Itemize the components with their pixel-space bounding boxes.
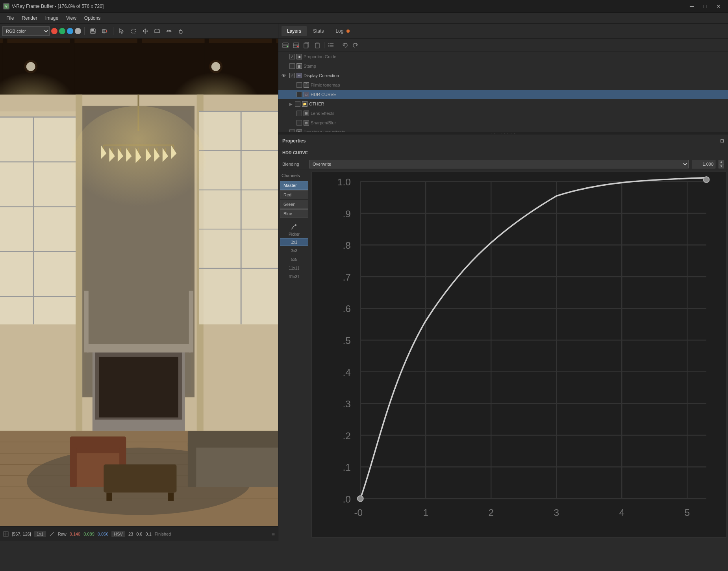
tab-stats[interactable]: Stats [308, 26, 329, 36]
layer-expand-other[interactable]: ▶ [289, 102, 293, 106]
menu-image[interactable]: Image [41, 14, 62, 22]
menu-render[interactable]: Render [18, 14, 41, 22]
layer-vis-display[interactable]: 👁 [280, 73, 288, 78]
status-hsv-badge[interactable]: HSV [111, 531, 125, 537]
blend-down-button[interactable]: ▼ [719, 164, 724, 168]
vr-eye-button[interactable] [164, 26, 174, 36]
tab-layers[interactable]: Layers [282, 26, 307, 36]
svg-point-24 [26, 62, 35, 71]
layer-row-other[interactable]: ▶ 📁 OTHER [278, 99, 728, 109]
svg-point-172 [704, 177, 709, 183]
picker-label: Picker [280, 232, 308, 237]
layer-check-filmic[interactable] [296, 82, 302, 88]
layer-check-proportion[interactable]: ✓ [289, 54, 295, 59]
save-movie-button[interactable] [100, 26, 110, 36]
maximize-button[interactable]: □ [699, 1, 711, 12]
svg-rect-4 [91, 31, 95, 33]
channels-area: Channels Master Red Green Blue Picker 1x… [278, 170, 728, 539]
picker-3x3[interactable]: 3x3 [280, 247, 308, 255]
add-layer-button[interactable] [281, 41, 290, 50]
status-coords: [567, 126] [12, 532, 31, 536]
svg-rect-98 [188, 442, 196, 487]
svg-rect-127 [315, 43, 319, 48]
paste-layer-button[interactable] [313, 41, 322, 50]
blend-select[interactable]: Overwrite [309, 160, 689, 168]
picker-1x1[interactable]: 1x1 [280, 238, 308, 246]
properties-header: Properties ⊡ [278, 135, 728, 147]
layer-row-filmic[interactable]: ⌒ Filmic tonemap [278, 80, 728, 90]
properties-expand-button[interactable]: ⊡ [720, 138, 724, 144]
layer-check-denoiser[interactable] [289, 129, 295, 132]
status-menu-button[interactable]: ≡ [272, 531, 275, 537]
channel-master-button[interactable]: Master [280, 181, 308, 190]
minimize-button[interactable]: ─ [685, 1, 698, 12]
dot-red[interactable] [51, 28, 57, 34]
layer-name-proportion: Proportion Guide [304, 54, 726, 59]
blend-up-button[interactable]: ▲ [719, 160, 724, 164]
layer-name-other: OTHER [309, 102, 726, 106]
menu-file[interactable]: File [2, 14, 18, 22]
save-button[interactable] [88, 26, 98, 36]
curve-svg[interactable]: 1.0 .9 .8 .7 .6 .5 .4 .3 .2 .1 .0 -0 1 [311, 172, 726, 538]
dot-blue[interactable] [67, 28, 73, 34]
layer-check-hdr[interactable] [296, 92, 302, 97]
layer-row-stamp[interactable]: ▦ Stamp [278, 61, 728, 71]
layer-check-stamp[interactable] [289, 63, 295, 69]
svg-text:1.0: 1.0 [337, 177, 351, 188]
redo-button[interactable] [351, 41, 360, 50]
picker-11x11[interactable]: 11x11 [280, 264, 308, 272]
dot-green[interactable] [59, 28, 65, 34]
status-finished: Finished [155, 532, 171, 536]
svg-text:.5: .5 [343, 335, 350, 346]
bucket-button[interactable] [176, 26, 186, 36]
channel-red-button[interactable]: Red [280, 190, 308, 199]
channel-select[interactable]: RGB color [2, 26, 50, 36]
close-button[interactable]: ✕ [712, 1, 725, 12]
layer-row-hdr-curve[interactable]: □ HDR CURVE [278, 90, 728, 99]
undo-button[interactable] [340, 41, 350, 50]
cursor-button[interactable] [117, 26, 127, 36]
channel-blue-button[interactable]: Blue [280, 209, 308, 218]
layer-row-lens[interactable]: ⊞ Lens Effects [278, 109, 728, 118]
svg-point-136 [295, 224, 296, 226]
menu-options[interactable]: Options [80, 14, 104, 22]
layer-icon-other: 📁 [302, 101, 308, 107]
svg-rect-86 [84, 291, 88, 353]
picker-31x31[interactable]: 31x31 [280, 273, 308, 281]
layer-row-proportion-guide[interactable]: ✓ ◉ Proportion Guide [278, 52, 728, 61]
svg-line-116 [50, 532, 54, 536]
layer-check-other[interactable] [295, 101, 300, 107]
title-bar-left: V V-Ray Frame Buffer - [176.8% of 576 x … [3, 3, 104, 9]
list-view-button[interactable] [326, 41, 336, 50]
curve-chart[interactable]: 1.0 .9 .8 .7 .6 .5 .4 .3 .2 .1 .0 -0 1 [310, 170, 728, 539]
crop-button[interactable] [128, 26, 139, 36]
layer-check-sharpen[interactable] [296, 120, 302, 126]
svg-text:.3: .3 [343, 399, 350, 409]
pan-button[interactable] [140, 26, 150, 36]
channels-label: Channels [280, 172, 308, 179]
svg-text:1: 1 [423, 507, 428, 518]
layer-name-hdr: HDR CURVE [311, 92, 726, 97]
menu-view[interactable]: View [62, 14, 80, 22]
layer-icon-proportion: ◉ [296, 54, 302, 59]
channel-green-button[interactable]: Green [280, 200, 308, 209]
render-image[interactable] [0, 39, 278, 526]
layer-check-lens[interactable] [296, 111, 302, 116]
main-layout: RGB color [0, 24, 728, 541]
status-bar: [567, 126] 1x1 Raw 0.140 0.089 0.056 HSV… [0, 526, 278, 541]
status-size-badge[interactable]: 1x1 [34, 531, 46, 537]
svg-point-14 [168, 30, 170, 32]
render-region-button[interactable] [152, 26, 162, 36]
layer-row-sharpen[interactable]: ▨ Sharpen/Blur [278, 118, 728, 128]
layers-sep-1 [324, 42, 324, 48]
layer-name-lens: Lens Effects [311, 111, 726, 116]
svg-rect-85 [87, 344, 191, 352]
layer-row-display-correction[interactable]: 👁 ✓ ✏ Display Correction [278, 71, 728, 80]
picker-5x5[interactable]: 5x5 [280, 255, 308, 263]
delete-layer-button[interactable] [291, 41, 301, 50]
dot-white[interactable] [75, 28, 81, 34]
svg-text:.0: .0 [343, 494, 350, 504]
copy-layer-button[interactable] [302, 41, 311, 50]
tab-log[interactable]: Log [330, 26, 355, 36]
layer-check-display[interactable]: ✓ [289, 73, 295, 78]
